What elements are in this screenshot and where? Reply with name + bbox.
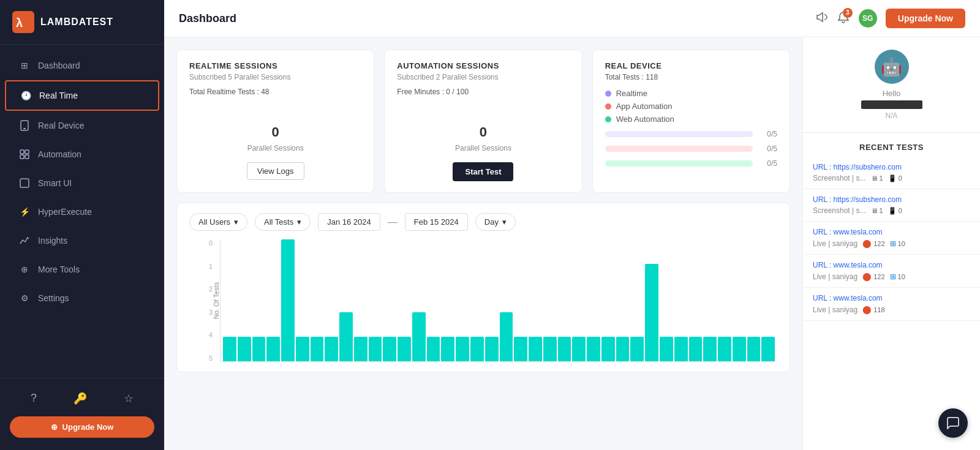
test-item-2[interactable]: URL : https://subshero.com Screenshot | …: [803, 189, 980, 222]
hello-label: Hello: [883, 89, 901, 98]
mobile-icon: 📱: [888, 207, 897, 215]
sidebar-item-label: HyperExecute: [38, 207, 92, 217]
svg-rect-7: [25, 155, 29, 159]
windows-count: ⊞ 10: [890, 272, 905, 281]
sidebar-item-smart-ui[interactable]: Smart UI: [5, 169, 159, 197]
user-avatar-initials[interactable]: SG: [859, 9, 877, 28]
chart-bar: [383, 337, 396, 361]
test-url: URL : www.tesla.com: [813, 228, 970, 236]
test-item-5[interactable]: URL : www.tesla.com Live | saniyag ⬤ 118: [803, 288, 980, 321]
chevron-down-icon: ▾: [502, 217, 507, 227]
realtime-parallel-label: Parallel Sessions: [247, 144, 304, 152]
user-avatar: 🤖: [875, 50, 909, 84]
sidebar-item-real-time[interactable]: 🕐 Real Time: [5, 80, 159, 111]
sidebar-logo: λ LAMBDATEST: [0, 0, 164, 45]
logo-text: LAMBDATEST: [40, 17, 113, 28]
real-device-total: Total Tests : 118: [605, 73, 777, 81]
share-icon[interactable]: ☆: [124, 392, 134, 405]
page-title: Dashboard: [179, 12, 236, 25]
progress-bars: 0/5 0/5 0/5: [605, 130, 777, 168]
test-item-3[interactable]: URL : www.tesla.com Live | saniyag ⬤ 122…: [803, 222, 980, 255]
test-url: URL : https://subshero.com: [813, 195, 970, 204]
sidebar: λ LAMBDATEST ⊞ Dashboard 🕐 Real Time Rea…: [0, 0, 164, 450]
legend-item-realtime: Realtime: [605, 89, 777, 98]
date-to-input[interactable]: Feb 15 2024: [405, 213, 468, 231]
chart-bar: [470, 337, 484, 361]
sidebar-item-settings[interactable]: ⚙ Settings: [5, 284, 159, 312]
test-url: URL : www.tesla.com: [813, 294, 970, 302]
chart-area: 5 4 3 2 1 0 No. Of Tests: [189, 239, 777, 362]
clock-icon: 🕐: [20, 89, 32, 102]
notification-badge: 3: [843, 8, 853, 18]
chart-bar: [558, 337, 571, 361]
key-icon[interactable]: 🔑: [74, 392, 87, 405]
chat-button[interactable]: [938, 408, 968, 438]
mobile-icon: 📱: [888, 174, 897, 182]
main-content-area: Dashboard 3 SG Upgrade Now: [164, 0, 980, 450]
user-name-redacted: [861, 100, 922, 109]
topbar-upgrade-button[interactable]: Upgrade Now: [886, 9, 965, 28]
svg-text:λ: λ: [16, 16, 23, 29]
sidebar-item-more-tools[interactable]: ⊕ More Tools: [5, 255, 159, 283]
sidebar-item-hyperexecute[interactable]: ⚡ HyperExecute: [5, 198, 159, 226]
chat-icon: [946, 416, 960, 430]
chart-bar: [529, 337, 542, 361]
chrome-count: ⬤ 122: [862, 272, 884, 281]
chart-card: All Users ▾ All Tests ▾ Jan 16 2024 — Fe…: [176, 203, 790, 372]
recent-tests-header: RECENT TESTS: [803, 133, 980, 157]
top-bar: Dashboard 3 SG Upgrade Now: [164, 0, 980, 37]
chart-bar: [572, 337, 586, 361]
chart-bar: [456, 337, 469, 361]
right-panel: 🤖 Hello N/A RECENT TESTS URL : https://s…: [802, 37, 980, 450]
chart-bar: [398, 337, 411, 361]
top-bar-actions: 3 SG Upgrade Now: [815, 9, 965, 28]
view-logs-button[interactable]: View Logs: [247, 162, 304, 180]
svg-rect-6: [20, 155, 24, 159]
mobile-count: 📱 0: [888, 207, 902, 215]
chart-bar: [733, 337, 746, 361]
chart-bar: [645, 264, 658, 361]
sidebar-item-automation[interactable]: Automation: [5, 140, 159, 168]
start-test-button[interactable]: Start Test: [453, 162, 513, 181]
chart-bar: [630, 337, 644, 361]
megaphone-button[interactable]: [815, 10, 828, 27]
all-tests-select[interactable]: All Tests ▾: [255, 213, 311, 231]
chart-bar: [718, 337, 731, 361]
megaphone-icon: [815, 10, 828, 24]
sidebar-item-label: Real Time: [39, 91, 78, 100]
sidebar-item-real-device[interactable]: Real Device: [5, 111, 159, 140]
help-icon[interactable]: ?: [31, 392, 37, 405]
date-from-input[interactable]: Jan 16 2024: [318, 213, 380, 231]
chart-bar: [252, 337, 266, 361]
sidebar-upgrade-button[interactable]: ⊕ Upgrade Now: [10, 416, 154, 438]
sidebar-footer: ? 🔑 ☆ ⊕ Upgrade Now: [0, 378, 164, 450]
chart-bar: [543, 337, 557, 361]
test-item-4[interactable]: URL : www.tesla.com Live | saniyag ⬤ 122…: [803, 255, 980, 288]
chart-bar: [266, 337, 280, 361]
sidebar-navigation: ⊞ Dashboard 🕐 Real Time Real Device Auto…: [0, 45, 164, 378]
test-meta: Live | saniyag ⬤ 122 ⊞ 10: [813, 239, 970, 248]
progress-row-realtime: 0/5: [605, 130, 777, 138]
test-url: URL : www.tesla.com: [813, 261, 970, 269]
progress-bg-app: [605, 146, 753, 152]
mobile-count: 📱 0: [888, 174, 902, 182]
chevron-down-icon: ▾: [297, 217, 301, 227]
chart-bar: [427, 337, 440, 361]
sidebar-item-dashboard[interactable]: ⊞ Dashboard: [5, 51, 159, 80]
sidebar-item-label: Real Device: [38, 121, 84, 130]
content-area: REALTIME SESSIONS Subscribed 5 Parallel …: [164, 37, 980, 450]
automation-gauge: 0 Parallel Sessions: [397, 103, 569, 152]
chart-bar: [485, 337, 499, 361]
chart-bar: [296, 337, 309, 361]
test-item-1[interactable]: URL : https://subshero.com Screenshot | …: [803, 157, 980, 189]
sidebar-item-insights[interactable]: Insights: [5, 227, 159, 255]
notification-button[interactable]: 3: [837, 10, 850, 27]
windows-icon: ⊞: [890, 272, 896, 281]
chrome-count: ⬤ 118: [862, 305, 884, 314]
all-users-select[interactable]: All Users ▾: [189, 213, 247, 231]
chart-bar: [325, 337, 338, 361]
realtime-subtitle: Subscribed 5 Parallel Sessions: [189, 73, 361, 81]
day-select[interactable]: Day ▾: [475, 213, 516, 231]
user-plan: N/A: [885, 111, 897, 120]
windows-icon: ⊞: [890, 239, 896, 248]
